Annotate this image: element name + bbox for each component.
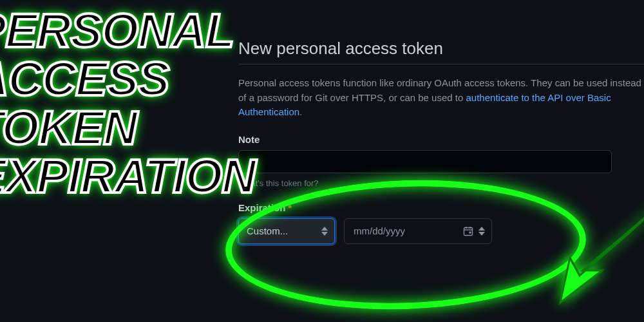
date-stepper-icon xyxy=(478,227,485,236)
note-label: Note xyxy=(238,134,644,145)
desc-text-post: . xyxy=(299,106,302,117)
expiration-label-text: Expiration xyxy=(238,202,285,213)
svg-rect-4 xyxy=(469,231,471,233)
thumbnail-title-overlay: PERSONAL ACCESS TOKEN EXPIRATION xyxy=(0,6,256,201)
token-form-panel: New personal access token Personal acces… xyxy=(238,0,644,244)
expiration-row: Custom... mm/dd/yyyy xyxy=(238,218,644,244)
calendar-icon xyxy=(463,226,473,236)
divider xyxy=(238,64,644,64)
overlay-line-4: EXPIRATION xyxy=(0,152,256,200)
note-hint: What's this token for? xyxy=(238,178,644,188)
required-marker: * xyxy=(288,202,292,213)
note-input[interactable] xyxy=(238,150,612,173)
overlay-line-1: PERSONAL xyxy=(0,6,256,55)
page-title: New personal access token xyxy=(238,39,644,59)
date-placeholder: mm/dd/yyyy xyxy=(354,225,405,236)
note-label-text: Note xyxy=(238,134,260,145)
overlay-line-3: TOKEN xyxy=(0,104,256,152)
expiration-label: Expiration* xyxy=(238,202,644,213)
select-stepper-icon xyxy=(321,227,328,236)
page-description: Personal access tokens function like ord… xyxy=(238,76,644,120)
svg-rect-0 xyxy=(464,227,473,235)
expiration-date-input[interactable]: mm/dd/yyyy xyxy=(344,218,492,244)
expiration-select[interactable]: Custom... xyxy=(238,218,335,244)
expiration-select-value: Custom... xyxy=(247,225,288,236)
overlay-line-2: ACCESS xyxy=(0,55,256,103)
